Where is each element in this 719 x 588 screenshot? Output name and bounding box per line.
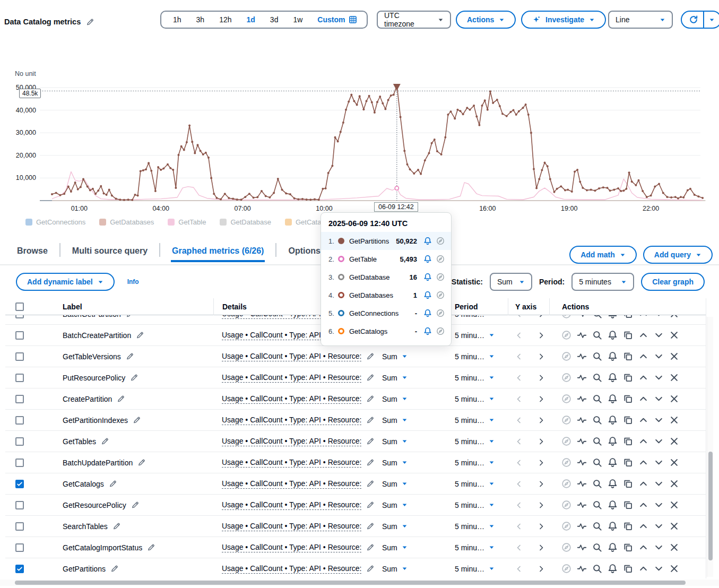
alarm-bell-icon[interactable] bbox=[423, 327, 432, 335]
alarm-bell-icon[interactable] bbox=[608, 500, 618, 510]
row-period-select[interactable]: 5 minu… bbox=[431, 480, 508, 488]
investigate-row-icon[interactable] bbox=[561, 373, 571, 383]
remove-icon[interactable] bbox=[669, 315, 679, 319]
move-up-icon[interactable] bbox=[638, 373, 648, 383]
horizontal-scrollbar[interactable] bbox=[0, 580, 719, 586]
move-down-icon[interactable] bbox=[654, 521, 664, 531]
y-axis-right-button[interactable] bbox=[537, 480, 545, 488]
investigate-row-icon[interactable] bbox=[561, 542, 571, 552]
alarm-bell-icon[interactable] bbox=[608, 394, 618, 404]
metric-details-link[interactable]: Usage • CallCount • Type: API • Resource… bbox=[222, 479, 361, 489]
period-select[interactable]: 5 minutes bbox=[571, 273, 634, 291]
remove-icon[interactable] bbox=[669, 436, 679, 446]
metric-details-link[interactable]: Usage • CallCount • Type: API • Resource… bbox=[222, 458, 361, 468]
anomaly-detection-icon[interactable] bbox=[577, 521, 587, 531]
tab-graphed-metrics[interactable]: Graphed metrics (6/26) bbox=[171, 242, 265, 262]
row-checkbox[interactable] bbox=[15, 480, 24, 488]
row-period-select[interactable]: 5 minu… bbox=[431, 565, 508, 573]
metric-details-link[interactable]: Usage • CallCount • Type: API • Resource… bbox=[222, 564, 361, 574]
edit-details-icon[interactable] bbox=[366, 543, 374, 551]
anomaly-detection-icon[interactable] bbox=[577, 394, 587, 404]
edit-label-icon[interactable] bbox=[101, 437, 109, 445]
anomaly-detection-icon[interactable] bbox=[577, 330, 587, 340]
row-statistic-select[interactable]: Sum bbox=[378, 352, 431, 361]
edit-details-icon[interactable] bbox=[366, 395, 374, 403]
move-up-icon[interactable] bbox=[638, 564, 648, 574]
investigate-compass-icon[interactable] bbox=[436, 273, 445, 281]
y-axis-left-button[interactable] bbox=[515, 543, 523, 552]
metric-details-link[interactable]: Usage • CallCount • Type: API • Resource… bbox=[222, 416, 361, 425]
edit-label-icon[interactable] bbox=[117, 395, 125, 403]
row-statistic-select[interactable]: Sum bbox=[378, 543, 431, 552]
move-up-icon[interactable] bbox=[638, 479, 648, 489]
row-statistic-select[interactable]: Sum bbox=[378, 565, 431, 573]
y-axis-left-button[interactable] bbox=[515, 331, 523, 340]
anomaly-detection-icon[interactable] bbox=[577, 457, 587, 468]
statistic-select[interactable]: Sum bbox=[490, 273, 532, 291]
vertical-scrollbar[interactable] bbox=[707, 317, 713, 577]
row-checkbox[interactable] bbox=[15, 501, 24, 509]
remove-icon[interactable] bbox=[669, 415, 679, 425]
move-down-icon[interactable] bbox=[654, 415, 664, 425]
investigate-row-icon[interactable] bbox=[561, 394, 571, 404]
row-period-select[interactable]: 5 minu… bbox=[431, 416, 508, 425]
remove-icon[interactable] bbox=[669, 521, 679, 531]
duplicate-icon[interactable] bbox=[623, 564, 633, 574]
metric-details-link[interactable]: Usage • CallCount • Type: API • Resource… bbox=[222, 352, 361, 361]
edit-details-icon[interactable] bbox=[366, 352, 374, 360]
y-axis-left-button[interactable] bbox=[515, 352, 523, 361]
duplicate-icon[interactable] bbox=[623, 330, 633, 340]
investigate-compass-icon[interactable] bbox=[436, 309, 445, 317]
row-statistic-select[interactable]: Sum bbox=[378, 501, 431, 509]
refresh-button[interactable] bbox=[682, 12, 704, 28]
timezone-select[interactable]: UTC timezone bbox=[377, 11, 451, 29]
time-range-12h[interactable]: 12h bbox=[212, 15, 239, 24]
duplicate-icon[interactable] bbox=[623, 542, 633, 552]
remove-icon[interactable] bbox=[669, 500, 679, 510]
edit-label-icon[interactable] bbox=[112, 522, 120, 530]
duplicate-icon[interactable] bbox=[623, 436, 633, 446]
alarm-bell-icon[interactable] bbox=[608, 315, 618, 319]
duplicate-icon[interactable] bbox=[623, 500, 633, 510]
duplicate-icon[interactable] bbox=[623, 479, 633, 489]
y-axis-right-button[interactable] bbox=[537, 331, 545, 340]
anomaly-detection-icon[interactable] bbox=[577, 479, 587, 489]
y-axis-right-button[interactable] bbox=[537, 501, 545, 509]
metrics-line-chart[interactable]: 50,00040,00030,00020,00010,00001:0004:00… bbox=[0, 63, 719, 222]
search-icon[interactable] bbox=[592, 521, 602, 531]
y-axis-left-button[interactable] bbox=[515, 315, 523, 318]
tab-options[interactable]: Options bbox=[287, 242, 321, 262]
edit-label-icon[interactable] bbox=[133, 416, 141, 424]
metric-details-link[interactable]: Usage • CallCount • Type: API • Resource… bbox=[222, 437, 361, 446]
investigate-row-icon[interactable] bbox=[561, 436, 571, 446]
metric-details-link[interactable]: Usage • CallCount • Type: API • Resource… bbox=[222, 394, 361, 404]
search-icon[interactable] bbox=[592, 351, 602, 361]
search-icon[interactable] bbox=[592, 394, 602, 404]
metric-details-link[interactable]: Usage • CallCount • Type: API • Resource… bbox=[222, 522, 361, 531]
metric-details-link[interactable]: Usage • CallCount • Type: API • Resource… bbox=[222, 373, 361, 383]
remove-icon[interactable] bbox=[669, 479, 679, 489]
duplicate-icon[interactable] bbox=[623, 457, 633, 468]
anomaly-detection-icon[interactable] bbox=[577, 542, 587, 552]
alarm-bell-icon[interactable] bbox=[423, 291, 432, 299]
chart-type-select[interactable]: Line bbox=[608, 11, 673, 29]
edit-details-icon[interactable] bbox=[366, 437, 374, 445]
investigate-row-icon[interactable] bbox=[561, 521, 571, 531]
move-up-icon[interactable] bbox=[638, 351, 648, 361]
time-range-3h[interactable]: 3h bbox=[189, 15, 212, 24]
row-period-select[interactable]: 5 minu… bbox=[431, 395, 508, 403]
remove-icon[interactable] bbox=[669, 542, 679, 552]
tab-multi-source-query[interactable]: Multi source query bbox=[71, 242, 149, 262]
tab-browse[interactable]: Browse bbox=[16, 242, 49, 262]
search-icon[interactable] bbox=[592, 479, 602, 489]
row-checkbox[interactable] bbox=[15, 522, 24, 531]
search-icon[interactable] bbox=[592, 330, 602, 340]
row-statistic-select[interactable]: Sum bbox=[378, 395, 431, 403]
remove-icon[interactable] bbox=[669, 564, 679, 574]
alarm-bell-icon[interactable] bbox=[608, 457, 618, 468]
move-down-icon[interactable] bbox=[654, 351, 664, 361]
search-icon[interactable] bbox=[592, 564, 602, 574]
search-icon[interactable] bbox=[592, 500, 602, 510]
row-period-select[interactable]: 5 minu… bbox=[431, 374, 508, 382]
edit-details-icon[interactable] bbox=[366, 480, 374, 488]
